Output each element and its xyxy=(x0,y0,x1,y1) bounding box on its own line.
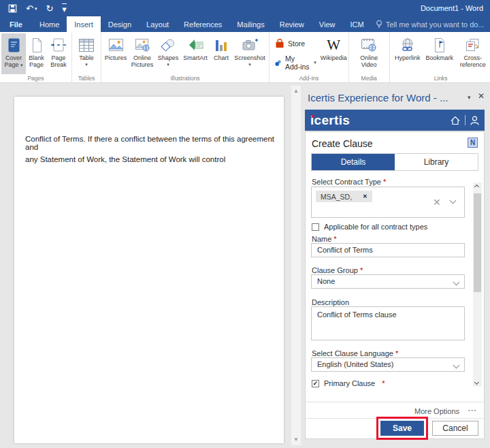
save-button[interactable] xyxy=(8,4,17,13)
tab-view[interactable]: View xyxy=(312,16,343,32)
primary-clause-checkbox[interactable]: ✓ xyxy=(312,380,319,387)
tell-me-box[interactable]: Tell me what you want to do... xyxy=(376,16,485,32)
document-text-line[interactable]: any Statement of Work, the Statement of … xyxy=(25,155,280,163)
undo-caret-icon: ▾ xyxy=(35,4,37,13)
my-addins-button[interactable]: My Add-ins ▾ xyxy=(275,54,316,71)
contract-type-multiselect[interactable]: MSA_SD, ✕ ✕ xyxy=(311,187,465,218)
clause-group-label: Clause Group* xyxy=(312,266,363,274)
clear-selection-icon[interactable]: ✕ xyxy=(433,197,441,208)
dropdown-caret-icon: ▾ xyxy=(248,61,251,68)
contract-type-label: Select Contract Type* xyxy=(312,178,386,186)
scroll-down-icon[interactable] xyxy=(474,380,479,385)
blank-page-icon xyxy=(31,35,42,54)
blank-page-button[interactable]: Blank Page xyxy=(26,33,47,74)
hyperlink-icon xyxy=(400,35,415,54)
task-pane-close-icon[interactable]: ✕ xyxy=(478,91,485,101)
screenshot-button[interactable]: Screenshot ▾ xyxy=(232,33,267,74)
bookmark-icon xyxy=(434,35,445,54)
scroll-up-icon[interactable]: ▲ xyxy=(293,89,299,94)
name-label: Name* xyxy=(312,235,337,243)
wikipedia-button[interactable]: W Wikipedia xyxy=(321,33,347,74)
shapes-icon xyxy=(161,35,176,54)
tab-design[interactable]: Design xyxy=(101,16,139,32)
tab-references[interactable]: References xyxy=(176,16,229,32)
shapes-button[interactable]: Shapes ▾ xyxy=(156,33,180,74)
required-asterisk: * xyxy=(395,349,398,357)
document-scrollbar[interactable]: ▲ ▼ xyxy=(291,86,301,445)
table-button[interactable]: Table ▾ xyxy=(74,33,99,74)
wikipedia-icon: W xyxy=(327,37,340,52)
my-addins-icon xyxy=(275,59,282,67)
applicable-checkbox-row[interactable]: Applicable for all contract types xyxy=(312,223,427,231)
pictures-icon xyxy=(109,35,123,54)
ellipsis-icon[interactable]: ⋯ xyxy=(468,405,477,415)
group-label-pages: Pages xyxy=(0,75,71,82)
contract-type-chip[interactable]: MSA_SD, ✕ xyxy=(316,191,372,202)
qat-customize-button[interactable]: ▾ xyxy=(62,3,67,14)
icertis-logo: icertis xyxy=(310,114,350,127)
applicable-checkbox-label: Applicable for all contract types xyxy=(324,223,427,231)
scroll-down-icon[interactable]: ▼ xyxy=(293,437,299,443)
description-textarea[interactable]: Conflict of Terms clause xyxy=(311,306,465,340)
dropdown-caret-icon: ▾ xyxy=(85,61,88,68)
chart-icon xyxy=(216,35,227,54)
title-bar: ↶ ▾ ↻ ▾ Document1 - Word xyxy=(0,0,490,16)
scroll-up-icon[interactable] xyxy=(474,185,479,189)
chevron-down-icon xyxy=(453,279,460,286)
user-icon[interactable] xyxy=(470,116,479,125)
chip-remove-icon[interactable]: ✕ xyxy=(363,193,368,199)
icertis-task-pane: Icertis Experience for Word - ... ▾ ✕ ic… xyxy=(302,83,490,448)
document-text-line[interactable]: Conflict of Terms. If there a conflict b… xyxy=(25,135,280,151)
applicable-checkbox[interactable] xyxy=(312,223,319,231)
chevron-down-icon xyxy=(453,362,460,369)
ribbon-group-tables: Table ▾ Tables xyxy=(72,32,101,82)
brand-divider xyxy=(465,115,466,125)
online-video-button[interactable]: Online Video xyxy=(350,33,388,74)
cancel-button[interactable]: Cancel xyxy=(432,421,478,436)
cover-page-button[interactable]: Cover Page ▾ xyxy=(1,33,26,74)
tab-icm[interactable]: ICM xyxy=(342,16,371,32)
tab-insert[interactable]: Insert xyxy=(67,16,101,32)
panel-tabs: Details Library xyxy=(311,153,478,171)
clause-group-select[interactable]: None xyxy=(311,274,465,289)
cross-reference-button[interactable]: Cross- reference xyxy=(455,33,490,74)
form-scrollbar[interactable] xyxy=(473,182,482,387)
dropdown-caret-icon: ▾ xyxy=(20,63,23,67)
tab-layout[interactable]: Layout xyxy=(139,16,176,32)
chevron-down-icon[interactable] xyxy=(450,197,457,204)
document-page[interactable]: Conflict of Terms. If there a conflict b… xyxy=(14,97,284,443)
name-input[interactable]: Conflict of Terms xyxy=(311,243,465,257)
online-pictures-button[interactable]: Online Pictures xyxy=(129,33,156,74)
hyperlink-button[interactable]: Hyperlink xyxy=(391,33,424,74)
save-button[interactable]: Save xyxy=(380,421,424,436)
primary-clause-checkbox-row[interactable]: ✓ Primary Clause * xyxy=(312,379,385,387)
undo-button[interactable]: ↶ ▾ xyxy=(26,4,37,13)
tab-home[interactable]: Home xyxy=(32,16,67,32)
group-label-addins: Add-ins xyxy=(270,75,348,82)
store-button[interactable]: Store xyxy=(275,39,316,48)
redo-icon: ↻ xyxy=(46,4,53,13)
task-pane-title: Icertis Experience for Word - ... xyxy=(308,92,466,103)
tab-file[interactable]: File xyxy=(0,16,32,32)
pictures-button[interactable]: Pictures xyxy=(103,33,129,74)
tab-library[interactable]: Library xyxy=(395,154,478,170)
tab-mailings[interactable]: Mailings xyxy=(229,16,272,32)
language-select[interactable]: English (United States) xyxy=(311,357,465,372)
group-label-links: Links xyxy=(390,75,490,82)
page-break-button[interactable]: Page Break xyxy=(47,33,70,74)
smartart-button[interactable]: SmartArt xyxy=(180,33,210,74)
create-clause-card: Create Clause N Details Library Select C… xyxy=(305,131,485,439)
quick-access-toolbar: ↶ ▾ ↻ ▾ xyxy=(0,3,67,14)
more-options-link[interactable]: More Options xyxy=(414,407,459,415)
tab-review[interactable]: Review xyxy=(272,16,312,32)
bookmark-button[interactable]: Bookmark xyxy=(424,33,455,74)
chart-button[interactable]: Chart xyxy=(210,33,232,74)
tab-details[interactable]: Details xyxy=(312,154,395,170)
store-icon xyxy=(275,39,284,48)
scrollbar-thumb[interactable] xyxy=(474,193,481,292)
lightbulb-icon xyxy=(376,20,382,29)
home-icon[interactable] xyxy=(451,116,460,125)
task-pane-menu-caret-icon[interactable]: ▾ xyxy=(468,94,471,101)
redo-button[interactable]: ↻ xyxy=(46,4,53,13)
dropdown-caret-icon: ▾ xyxy=(314,60,316,65)
